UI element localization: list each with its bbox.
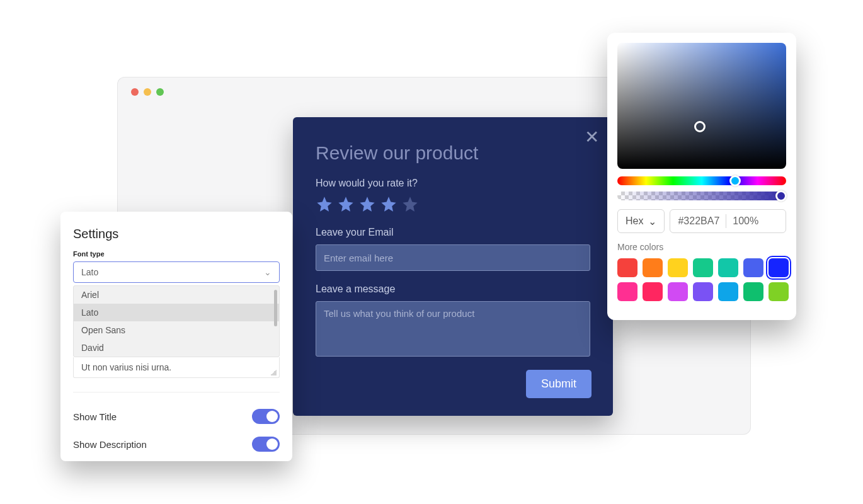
- color-swatch[interactable]: [718, 282, 738, 301]
- hex-value: #322BA7: [678, 215, 719, 227]
- email-label: Leave your Email: [316, 227, 590, 238]
- star-rating[interactable]: [316, 195, 590, 213]
- opacity-handle-icon[interactable]: [775, 190, 787, 202]
- color-swatch[interactable]: [743, 282, 763, 301]
- color-swatch[interactable]: [617, 258, 637, 277]
- color-swatch[interactable]: [668, 258, 688, 277]
- show-title-toggle[interactable]: [252, 409, 280, 424]
- font-option[interactable]: Open Sans: [74, 321, 279, 339]
- color-swatch[interactable]: [769, 282, 789, 301]
- opacity-slider[interactable]: [617, 192, 786, 200]
- color-gradient[interactable]: [617, 43, 786, 169]
- font-select-value: Lato: [81, 267, 98, 277]
- maximize-window-icon[interactable]: [156, 88, 164, 96]
- settings-title: Settings: [73, 227, 280, 241]
- toggle-label: Show Title: [73, 411, 117, 422]
- color-swatch[interactable]: [617, 282, 637, 301]
- chevron-down-icon: ⌄: [648, 215, 656, 227]
- scrollbar[interactable]: [274, 290, 277, 326]
- toggle-label: Show Description: [73, 439, 147, 450]
- color-swatch[interactable]: [718, 258, 738, 277]
- divider: [73, 392, 280, 392]
- toggle-row: Show Description: [73, 430, 280, 458]
- color-swatch[interactable]: [643, 258, 663, 277]
- star-icon[interactable]: [401, 195, 419, 213]
- color-swatch[interactable]: [693, 282, 713, 301]
- sample-text-field[interactable]: Ut non varius nisi urna.: [73, 357, 280, 378]
- color-swatch[interactable]: [668, 282, 688, 301]
- opacity-value: 100%: [733, 215, 758, 227]
- review-title: Review our product: [316, 142, 590, 164]
- color-swatches: [617, 258, 786, 301]
- star-icon[interactable]: [380, 195, 397, 213]
- rate-label: How would you rate it?: [316, 178, 590, 189]
- font-option[interactable]: Ariel: [74, 286, 279, 304]
- minimize-window-icon[interactable]: [144, 88, 151, 96]
- message-label: Leave a message: [316, 284, 590, 295]
- color-swatch[interactable]: [769, 258, 789, 277]
- color-value-field[interactable]: #322BA7 100%: [670, 209, 786, 233]
- color-format-select[interactable]: Hex ⌄: [617, 209, 665, 233]
- font-type-label: Font type: [73, 250, 280, 258]
- hue-handle-icon[interactable]: [729, 175, 741, 186]
- hue-slider[interactable]: [617, 176, 786, 185]
- color-picker: Hex ⌄ #322BA7 100% More colors: [607, 33, 796, 320]
- review-modal: ✕ Review our product How would you rate …: [293, 117, 613, 416]
- message-field[interactable]: [316, 301, 590, 357]
- font-option[interactable]: David: [74, 339, 279, 357]
- divider: [726, 214, 726, 228]
- toggle-row: Show Title: [73, 403, 280, 430]
- resize-grip-icon[interactable]: [270, 369, 277, 375]
- star-icon[interactable]: [316, 195, 333, 213]
- settings-panel: Settings Font type Lato ⌄ Ariel Lato Ope…: [60, 212, 292, 461]
- submit-button[interactable]: Submit: [526, 370, 592, 398]
- font-option[interactable]: Lato: [74, 304, 279, 321]
- show-description-toggle[interactable]: [252, 437, 280, 452]
- star-icon[interactable]: [337, 195, 355, 213]
- close-window-icon[interactable]: [131, 88, 139, 96]
- font-dropdown: Ariel Lato Open Sans David: [73, 285, 280, 357]
- font-select[interactable]: Lato ⌄: [73, 261, 280, 283]
- star-icon[interactable]: [358, 195, 376, 213]
- chevron-down-icon: ⌄: [264, 267, 271, 277]
- gradient-handle-icon[interactable]: [694, 121, 706, 132]
- color-swatch[interactable]: [693, 258, 713, 277]
- color-swatch[interactable]: [743, 258, 763, 277]
- color-swatch[interactable]: [643, 282, 663, 301]
- email-field[interactable]: [316, 244, 590, 271]
- close-icon[interactable]: ✕: [585, 129, 599, 146]
- more-colors-label: More colors: [617, 242, 786, 252]
